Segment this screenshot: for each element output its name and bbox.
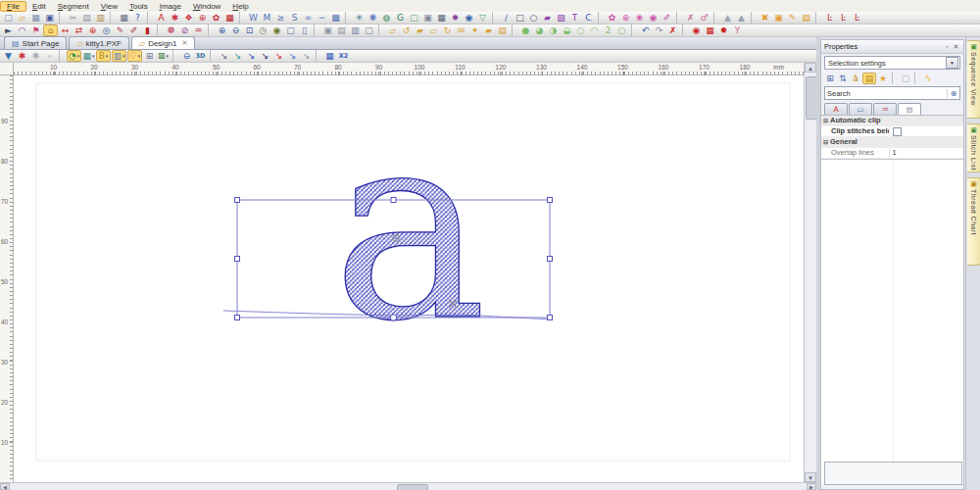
red-bar-icon[interactable]: ▮ bbox=[141, 24, 154, 36]
stitch-s-curve-icon[interactable]: S bbox=[288, 12, 301, 24]
folder-sync-icon[interactable]: ↻ bbox=[441, 24, 454, 36]
property-group-automatic-clip[interactable]: ⊟Automatic clip bbox=[821, 116, 963, 126]
grid-split-icon[interactable]: ⊠▾ bbox=[157, 50, 170, 62]
slow-draw-icon[interactable]: ◉ bbox=[270, 24, 283, 36]
undo-icon[interactable]: ↶ bbox=[639, 24, 652, 36]
property-pages-icon[interactable]: ▢ bbox=[900, 73, 911, 84]
stitch-properties-tab[interactable]: ♒ bbox=[873, 103, 897, 115]
burst-red-icon[interactable]: ✹ bbox=[717, 24, 730, 36]
grid-toggle-icon[interactable]: ⊞ bbox=[143, 50, 156, 62]
pink-pen-icon[interactable]: ✐ bbox=[661, 12, 673, 24]
select-arrow-icon[interactable]: ► bbox=[2, 24, 15, 36]
document-properties-tab[interactable]: ▤ bbox=[898, 103, 921, 115]
scroll-up-arrow[interactable]: ▲ bbox=[805, 63, 816, 73]
favorites-icon[interactable]: ★ bbox=[877, 73, 889, 84]
stitch-fill-icon[interactable]: W bbox=[247, 12, 260, 24]
menu-view[interactable]: View bbox=[95, 1, 123, 12]
shape-dot-2-icon[interactable]: ◕ bbox=[533, 24, 546, 36]
flower-tool-icon[interactable]: ✿ bbox=[210, 12, 222, 24]
globe-tool-icon[interactable]: ◍ bbox=[380, 12, 393, 24]
rectangle-tool-icon[interactable]: □ bbox=[514, 12, 526, 24]
view-3d-icon[interactable]: 3D bbox=[194, 50, 207, 62]
hoop-large-icon[interactable]: Ŀ bbox=[851, 12, 863, 24]
checkbox[interactable] bbox=[893, 127, 902, 136]
small-dot-icon[interactable]: ∘ bbox=[43, 50, 56, 62]
slingshot-icon[interactable]: Y bbox=[731, 24, 744, 36]
search-box[interactable]: ⊕ bbox=[824, 86, 960, 100]
hourglass-tool-icon[interactable]: ✦ bbox=[468, 24, 481, 36]
shape-dot-1-icon[interactable]: ● bbox=[519, 24, 532, 36]
lock-2-icon[interactable]: ▤ bbox=[335, 24, 348, 36]
shape-arc-icon[interactable]: ◠ bbox=[588, 24, 601, 36]
tab-design1[interactable]: ▱Design1✕ bbox=[131, 36, 195, 49]
monogram-icon[interactable]: ✱ bbox=[169, 12, 181, 24]
tab-start-page[interactable]: ▤Start Page bbox=[4, 36, 67, 49]
gray-star-icon[interactable]: ✱ bbox=[29, 50, 42, 62]
g-tool-icon[interactable]: G bbox=[394, 12, 407, 24]
folder-new-icon[interactable]: ▱ bbox=[427, 24, 440, 36]
branch-tool-icon[interactable]: ✳ bbox=[353, 12, 366, 24]
home-view-icon[interactable]: ⌂ bbox=[43, 24, 58, 36]
shape-dot-4-icon[interactable]: ◒ bbox=[561, 24, 573, 36]
search-icon[interactable]: ⊕ bbox=[947, 89, 959, 98]
categorized-icon[interactable]: ⊞ bbox=[824, 73, 836, 84]
bling-mode-icon[interactable]: B▾ bbox=[96, 50, 111, 62]
density-grid-icon[interactable]: ▦ bbox=[435, 12, 448, 24]
red-stitches-icon[interactable]: ♒ bbox=[192, 24, 205, 36]
orange-cross-icon[interactable]: ✖ bbox=[759, 12, 771, 24]
pointer-mode-3-icon[interactable]: ↘ bbox=[245, 50, 258, 62]
text-properties-tab[interactable]: A bbox=[824, 103, 848, 115]
no-entry-icon[interactable]: ⊘ bbox=[178, 24, 191, 36]
lock-3-icon[interactable]: ▥ bbox=[349, 24, 362, 36]
mirror-horizontal-icon[interactable]: ↔ bbox=[59, 24, 72, 36]
chevron-down-icon[interactable]: ▼ bbox=[946, 57, 958, 69]
lasso-select-icon[interactable]: ◠ bbox=[16, 24, 28, 36]
text-tool-icon[interactable]: T bbox=[568, 12, 581, 24]
stitch-manual-icon[interactable]: ∽ bbox=[316, 12, 328, 24]
x2-tool-icon[interactable]: X2 bbox=[337, 50, 350, 62]
lock-1-icon[interactable]: ▣ bbox=[321, 24, 334, 36]
menu-tools[interactable]: Tools bbox=[123, 1, 154, 12]
property-row-overlap-lines[interactable]: Overlap lines1 bbox=[821, 148, 963, 159]
machine-format-icon[interactable]: ▦▾ bbox=[82, 50, 95, 62]
paste-icon[interactable]: ▥ bbox=[94, 12, 107, 24]
mini-tool-2-icon[interactable]: ♂ bbox=[698, 12, 710, 24]
green-panel-icon[interactable]: ▢ bbox=[408, 12, 420, 24]
panel-toggle-icon[interactable]: ▯ bbox=[298, 24, 311, 36]
pointer-mode-4-icon[interactable]: ↘ bbox=[259, 50, 271, 62]
redo-icon[interactable]: ↷ bbox=[653, 24, 665, 36]
stitch-columns-icon[interactable]: M bbox=[261, 12, 273, 24]
gray-stitch-2-icon[interactable]: ▲ bbox=[735, 12, 748, 24]
scroll-right-arrow[interactable]: ▶ bbox=[807, 483, 816, 490]
redraw-clock-icon[interactable]: ◷ bbox=[257, 24, 270, 36]
cut-icon[interactable]: ✂ bbox=[67, 12, 79, 24]
delete-icon[interactable]: ✗ bbox=[666, 24, 679, 36]
print-icon[interactable]: ▦ bbox=[118, 12, 130, 24]
swap-tool-icon[interactable]: ⇄ bbox=[73, 24, 85, 36]
copy-icon[interactable]: ▤ bbox=[80, 12, 93, 24]
menu-segment[interactable]: Segment bbox=[52, 1, 95, 12]
stitch-editor-icon[interactable]: ▦ bbox=[323, 50, 336, 62]
red-grid-icon[interactable]: ▦ bbox=[223, 12, 236, 24]
gray-stitch-1-icon[interactable]: ▲ bbox=[721, 12, 734, 24]
help-icon[interactable]: ? bbox=[131, 12, 144, 24]
stitch-zigzag-icon[interactable]: ≥ bbox=[274, 12, 287, 24]
property-value[interactable] bbox=[889, 126, 964, 136]
frame-properties-tab[interactable]: ▭ bbox=[849, 103, 872, 115]
vertical-scrollbar[interactable]: ▲ ▼ bbox=[804, 63, 816, 482]
stitch-point-icon[interactable]: ◉ bbox=[690, 24, 703, 36]
pink-target-icon[interactable]: ⊕ bbox=[619, 12, 632, 24]
lettering-icon[interactable]: A bbox=[155, 12, 168, 24]
line-tool-icon[interactable]: ∕ bbox=[500, 12, 513, 24]
red-flower-icon[interactable]: ❁ bbox=[165, 24, 177, 36]
filter-properties-icon[interactable]: ▤ bbox=[862, 73, 876, 84]
side-tab-sequence-view[interactable]: ▣Sequence View bbox=[967, 40, 980, 119]
orbit-tool-icon[interactable]: ◎ bbox=[100, 24, 113, 36]
pointer-mode-1-icon[interactable]: ↘ bbox=[218, 50, 230, 62]
property-row-clip-stitches-below[interactable]: Clip stitches below bbox=[821, 126, 963, 137]
pen-1-icon[interactable]: ✎ bbox=[114, 24, 126, 36]
horizontal-scrollbar[interactable]: ◀ ▶ bbox=[0, 482, 816, 490]
save-icon[interactable]: ▦ bbox=[29, 12, 42, 24]
sort-alpha-icon[interactable]: â bbox=[850, 73, 861, 84]
pen-2-icon[interactable]: ✐ bbox=[127, 24, 140, 36]
